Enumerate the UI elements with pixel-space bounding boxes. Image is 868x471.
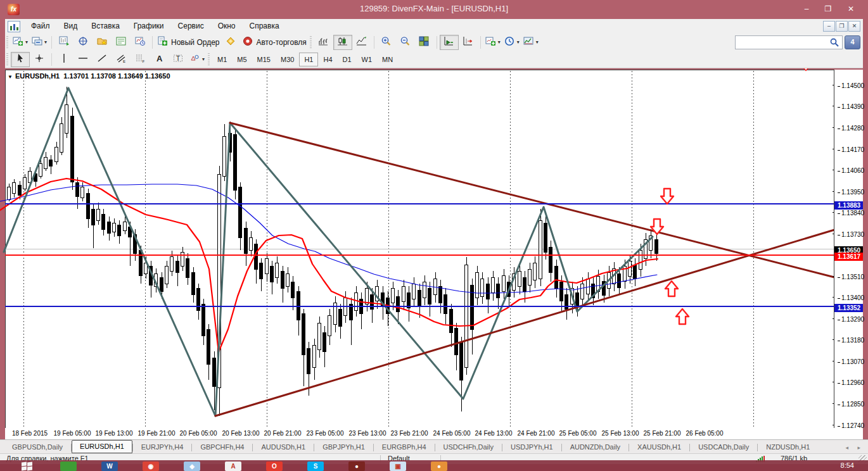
chevron-down-icon[interactable]: ▾ (202, 56, 205, 62)
down-arrow-object[interactable] (661, 189, 673, 204)
chart-ohlc-header[interactable]: ▼EURUSDh,H1 1.13701 1.13708 1.13649 1.13… (8, 72, 170, 80)
search-input[interactable] (735, 35, 843, 49)
up-arrow-object[interactable] (676, 309, 689, 324)
new-order-button[interactable]: Новый Ордер (155, 35, 221, 50)
timeframe-M15-button[interactable]: M15 (252, 53, 276, 66)
notifications-badge-button[interactable]: 4 (845, 35, 860, 49)
chart-tab-AUDNZDh,Daily[interactable]: AUDNZDh,Daily (562, 441, 629, 453)
shapes-button[interactable]: ▾ (188, 52, 207, 67)
horizontal-line-button[interactable] (73, 52, 93, 67)
new-chart-button[interactable]: ▾ (11, 35, 30, 50)
chart-tab-EURUSDh,H1[interactable]: EURUSDh,H1 (72, 440, 132, 453)
zoom-in-icon (381, 36, 392, 49)
chart-tab-USDJPYh,H1[interactable]: USDJPYh,H1 (502, 441, 561, 453)
autotrade-button[interactable]: Авто-торговля (241, 35, 309, 50)
minimize-button[interactable]: – (798, 3, 815, 15)
timeframe-D1-button[interactable]: D1 (338, 53, 357, 66)
chart-system-icon[interactable] (8, 21, 20, 32)
menu-item-Окно[interactable]: Окно (211, 19, 243, 34)
menu-item-Вид[interactable]: Вид (57, 19, 85, 34)
collapse-triangle-icon[interactable]: ▼ (8, 74, 13, 80)
chart-plot[interactable] (0, 68, 868, 439)
toolbar-button-label: Авто-торговля (257, 38, 307, 47)
chevron-down-icon[interactable]: ▾ (517, 39, 520, 45)
mdi-close-button[interactable]: ✕ (848, 21, 860, 32)
chevron-down-icon[interactable]: ▾ (44, 39, 47, 45)
fibonacci-button[interactable]: F (131, 52, 150, 67)
tab-scroll-arrows[interactable]: ◂ ▸ (845, 444, 864, 451)
templates-button[interactable]: ▾ (521, 35, 540, 50)
vertical-line-button[interactable] (54, 52, 73, 67)
strategy-tester-button[interactable] (131, 35, 150, 50)
store-icon[interactable] (60, 462, 77, 471)
app-blue-icon[interactable]: ◈ (184, 462, 200, 471)
chart-tab-EURGBPh,H4[interactable]: EURGBPh,H4 (374, 441, 435, 453)
chart-tab-GBPUSDh,Daily[interactable]: GBPUSDh,Daily (4, 441, 71, 453)
timeframe-M1-button[interactable]: M1 (212, 53, 232, 66)
chart-tab-USDCADh,Daily[interactable]: USDCADh,Daily (690, 441, 757, 453)
mdi-restore-button[interactable]: ❐ (836, 21, 848, 32)
down-arrow-object[interactable] (802, 68, 810, 71)
menu-item-Графики[interactable]: Графики (127, 19, 171, 34)
metaeditor-button[interactable] (222, 35, 241, 50)
chevron-down-icon[interactable]: ▾ (498, 39, 501, 45)
text-button[interactable]: A (150, 52, 169, 67)
app-orange-icon[interactable]: ● (431, 462, 447, 471)
tile-windows-button[interactable] (415, 35, 434, 50)
timeframe-M5-button[interactable]: M5 (232, 53, 252, 66)
zoom-in-button[interactable] (377, 35, 396, 50)
cursor-button[interactable] (11, 52, 30, 67)
down-arrow-object[interactable] (651, 219, 663, 234)
crosshair-button[interactable] (30, 52, 49, 67)
menu-item-Вставка[interactable]: Вставка (84, 19, 127, 34)
windows-start-icon[interactable] (22, 462, 32, 471)
chart-tab-EURJPYh,H4[interactable]: EURJPYh,H4 (133, 441, 192, 453)
maximize-button[interactable]: ❐ (820, 3, 836, 15)
chart-candles-button[interactable] (333, 35, 352, 50)
timeframe-H4-button[interactable]: H4 (318, 53, 337, 66)
mdi-minimize-button[interactable]: – (823, 21, 835, 32)
timeframe-M30-button[interactable]: M30 (276, 53, 299, 66)
chart-tab-NZDUSDh,H1[interactable]: NZDUSDh,H1 (758, 441, 818, 453)
chart-tab-GBPJPYh,H1[interactable]: GBPJPYh,H1 (314, 441, 373, 453)
firefox-icon[interactable]: ● (348, 462, 365, 471)
chart-tab-USDCHFh,Daily[interactable]: USDCHFh,Daily (435, 441, 502, 453)
chart-shift-button[interactable] (459, 35, 478, 50)
chevron-down-icon[interactable]: ▾ (536, 39, 539, 45)
word-icon[interactable]: W (101, 462, 118, 471)
channel-button[interactable]: E (112, 52, 131, 67)
close-button[interactable]: ✕ (843, 3, 859, 15)
timeframe-H1-button[interactable]: H1 (299, 53, 318, 66)
navigator-button[interactable] (93, 35, 112, 50)
menu-item-Файл[interactable]: Файл (24, 19, 57, 34)
menu-item-Справка[interactable]: Справка (243, 19, 286, 34)
terminal-button[interactable] (112, 35, 131, 50)
timeframe-W1-button[interactable]: W1 (357, 53, 378, 66)
zoom-out-button[interactable] (396, 35, 415, 50)
profiles-button[interactable]: ▾ (30, 35, 49, 50)
auto-scroll-button[interactable] (440, 35, 459, 50)
price-axis[interactable]: 1.145001.143901.142801.141701.140601.139… (834, 70, 863, 429)
periods-button[interactable]: ▾ (502, 35, 521, 50)
skype-icon[interactable]: S (307, 462, 324, 471)
label-button[interactable]: T (169, 52, 188, 67)
chart-tab-AUDUSDh,H1[interactable]: AUDUSDh,H1 (253, 441, 314, 453)
time-axis-label: 24 Feb 05:00 (433, 430, 471, 437)
chevron-down-icon[interactable]: ▾ (25, 39, 28, 45)
time-axis[interactable]: 18 Feb 201519 Feb 05:0019 Feb 13:0019 Fe… (5, 428, 863, 439)
chart-bars-button[interactable] (314, 35, 333, 50)
data-window-button[interactable] (73, 35, 93, 50)
chart-tab-GBPCHFh,H4[interactable]: GBPCHFh,H4 (192, 441, 252, 453)
chrome-icon[interactable]: ◉ (143, 462, 159, 471)
opera-icon[interactable]: O (266, 462, 283, 471)
timeframe-MN-button[interactable]: MN (377, 53, 398, 66)
acrobat-icon[interactable]: A (225, 462, 241, 471)
chart-line-button[interactable] (352, 35, 371, 50)
explorer-icon[interactable]: ▣ (390, 462, 406, 471)
menu-item-Сервис[interactable]: Сервис (171, 19, 211, 34)
market-watch-button[interactable] (54, 35, 73, 50)
indicators-button[interactable]: ▾ (483, 35, 502, 50)
up-arrow-object[interactable] (665, 281, 678, 296)
trendline-button[interactable] (93, 52, 112, 67)
chart-tab-XAUUSDh,H1[interactable]: XAUUSDh,H1 (629, 441, 689, 453)
